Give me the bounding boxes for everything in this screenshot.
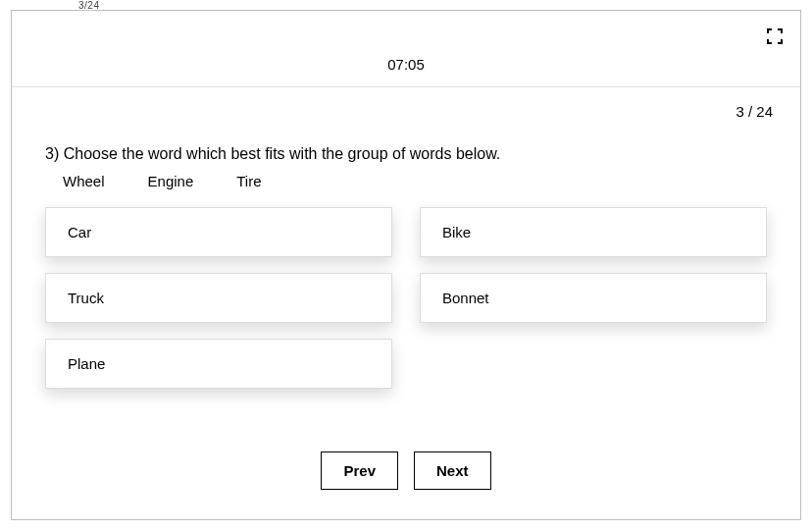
question-text: 3) Choose the word which best fits with … bbox=[45, 145, 767, 163]
option-button[interactable]: Plane bbox=[45, 339, 392, 389]
quiz-card: 07:05 3 / 24 3) Choose the word which be… bbox=[11, 10, 801, 520]
option-button[interactable]: Bonnet bbox=[420, 273, 767, 323]
question-number: 3) bbox=[45, 145, 59, 162]
progress-indicator: 3 / 24 bbox=[12, 87, 800, 120]
option-button[interactable]: Car bbox=[45, 207, 392, 257]
question-prompt: Choose the word which best fits with the… bbox=[64, 145, 501, 162]
hint-word: Engine bbox=[148, 173, 194, 189]
fullscreen-icon[interactable] bbox=[767, 28, 783, 44]
hint-word: Wheel bbox=[63, 173, 105, 189]
option-button[interactable]: Bike bbox=[420, 207, 767, 257]
timer-display: 07:05 bbox=[12, 11, 800, 87]
question-block: 3) Choose the word which best fits with … bbox=[12, 120, 800, 412]
option-button[interactable]: Truck bbox=[45, 273, 392, 323]
next-button[interactable]: Next bbox=[414, 451, 491, 490]
hints-row: Wheel Engine Tire bbox=[45, 171, 767, 189]
hint-word: Tire bbox=[236, 173, 261, 189]
options-grid: Car Bike Truck Bonnet Plane bbox=[45, 207, 767, 389]
prev-button[interactable]: Prev bbox=[321, 451, 398, 490]
nav-row: Prev Next bbox=[12, 412, 800, 519]
